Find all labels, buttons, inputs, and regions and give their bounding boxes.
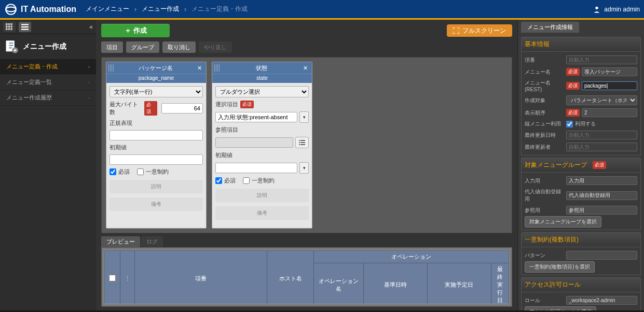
description-placeholder[interactable]: 説明 xyxy=(109,180,203,193)
collapse-sidebar-button[interactable]: « xyxy=(89,23,93,31)
col-base-date: 基準日時 xyxy=(363,263,427,305)
add-group-button[interactable]: グループ xyxy=(126,41,159,53)
form-card-state: 状態 ✕ state プルダウン選択 選択項目 必須 ▾ 参照項目 xyxy=(212,62,312,229)
section-unique: 一意制約(複数項目) xyxy=(521,232,641,247)
sidebar-item-menu-list[interactable]: メニュー定義一覧› xyxy=(0,75,96,90)
role-field[interactable] xyxy=(566,296,637,305)
create-button[interactable]: ＋ 作成 xyxy=(101,24,170,37)
add-item-button[interactable]: 項目 xyxy=(101,41,123,53)
description-placeholder[interactable]: 説明 xyxy=(215,189,309,202)
unique-checkbox[interactable] xyxy=(243,177,250,184)
group-subst-field[interactable] xyxy=(566,191,637,200)
svg-rect-18 xyxy=(300,140,305,141)
chevron-down-icon[interactable]: ▾ xyxy=(299,111,309,123)
header-user[interactable]: admin admin xyxy=(593,5,640,13)
section-role: アクセス許可ロール xyxy=(521,277,641,292)
card-key: package_name xyxy=(106,74,206,83)
close-icon[interactable]: ✕ xyxy=(301,65,310,72)
remarks-placeholder[interactable]: 備考 xyxy=(109,197,203,211)
card-body: 文字列(単一行) 最大バイト数 必須 正規表現 初期値 必須 xyxy=(106,83,206,214)
type-select[interactable]: 文字列(単一行) xyxy=(109,86,203,97)
ref-item-label: 参照項目 xyxy=(215,126,238,134)
svg-rect-4 xyxy=(8,23,10,25)
menu-rest-field[interactable] xyxy=(582,81,637,90)
group-ref-field[interactable] xyxy=(566,206,637,215)
regex-input[interactable] xyxy=(109,130,203,140)
ref-item-input[interactable] xyxy=(215,137,293,148)
svg-rect-22 xyxy=(300,144,305,145)
svg-rect-10 xyxy=(8,28,10,30)
col-last-exec: 最終実行日 xyxy=(491,263,509,305)
section-target-group: 対象メニューグループ 必須 xyxy=(521,158,641,173)
tab-preview[interactable]: プレビュー xyxy=(101,236,140,247)
required-checkbox[interactable] xyxy=(109,168,116,175)
bc-item[interactable]: メインメニュー xyxy=(86,5,129,13)
right-panel: メニュー作成情報 基本情報 項番 メニュー名必須 メニュー名(REST)必須 作… xyxy=(517,20,644,310)
document-icon xyxy=(4,39,19,54)
center-panel: ＋ 作成 フルスクリーン 項目 グループ 取り消し やり直し パッケージ名 ✕ xyxy=(96,20,517,310)
sidebar-item-menu-history[interactable]: メニュー作成履歴› xyxy=(0,90,96,106)
bc-item[interactable]: メニュー作成 xyxy=(142,5,179,13)
order-field[interactable] xyxy=(582,108,637,117)
close-icon[interactable]: ✕ xyxy=(195,65,204,72)
col-exec-date: 実施予定日 xyxy=(427,263,491,305)
card-key: state xyxy=(212,74,312,83)
svg-rect-5 xyxy=(10,23,12,25)
user-icon xyxy=(593,5,601,13)
ref-list-button[interactable] xyxy=(295,137,309,148)
select-all-header[interactable] xyxy=(105,251,120,305)
card-header[interactable]: パッケージ名 ✕ xyxy=(106,62,206,74)
drag-handle-icon[interactable] xyxy=(214,64,220,72)
svg-rect-12 xyxy=(21,24,29,25)
list-icon xyxy=(299,139,305,146)
svg-rect-21 xyxy=(299,144,300,145)
card-body: プルダウン選択 選択項目 必須 ▾ 参照項目 xyxy=(212,83,312,223)
form-card-package-name: パッケージ名 ✕ package_name 文字列(単一行) 最大バイト数 必須… xyxy=(106,62,207,229)
svg-rect-19 xyxy=(299,142,300,143)
initial-input[interactable] xyxy=(215,163,297,173)
logo-icon xyxy=(4,3,18,16)
target-select[interactable]: パラメータシート（ホスト/オペレーションあ xyxy=(566,95,637,105)
col-op-name: オペレーション名 xyxy=(314,263,364,305)
undo-button[interactable]: 取り消し xyxy=(162,41,196,53)
view-grid-button[interactable] xyxy=(3,22,16,32)
select-item-input[interactable] xyxy=(215,112,297,122)
chevron-down-icon[interactable]: ▾ xyxy=(299,162,309,174)
required-checkbox[interactable] xyxy=(215,177,222,184)
pattern-field[interactable] xyxy=(566,251,637,260)
max-bytes-input[interactable] xyxy=(161,103,203,114)
vertical-checkbox[interactable] xyxy=(566,121,573,127)
select-target-group-button[interactable]: 対象メニューグループを選択 xyxy=(525,216,601,228)
select-role-button[interactable]: アクセス許可ロールを選択 xyxy=(525,306,596,310)
tab-log[interactable]: ログ xyxy=(141,236,163,247)
remarks-placeholder[interactable]: 備考 xyxy=(215,206,309,220)
svg-rect-6 xyxy=(6,25,8,27)
regex-label: 正規表現 xyxy=(109,120,132,126)
group-input-field[interactable] xyxy=(566,176,637,185)
unique-checkbox[interactable] xyxy=(137,168,144,175)
type-select[interactable]: プルダウン選択 xyxy=(215,86,309,97)
right-tab[interactable]: メニュー作成情報 xyxy=(521,22,579,33)
fullscreen-button[interactable]: フルスクリーン xyxy=(447,24,512,37)
updater-field xyxy=(566,143,637,151)
svg-rect-14 xyxy=(21,29,29,30)
select-unique-button[interactable]: 一意制約(複数項目)を選択 xyxy=(525,261,595,273)
form-card-area: パッケージ名 ✕ package_name 文字列(単一行) 最大バイト数 必須… xyxy=(101,57,512,233)
required-tag: 必須 xyxy=(240,101,254,108)
svg-rect-7 xyxy=(8,25,10,27)
card-header[interactable]: 状態 ✕ xyxy=(212,62,312,74)
svg-rect-13 xyxy=(21,26,29,27)
list-icon xyxy=(21,23,29,31)
view-list-button[interactable] xyxy=(19,22,31,32)
logo: IT Automation xyxy=(4,3,76,16)
required-tag: 必須 xyxy=(144,101,157,116)
breadcrumb: メインメニュー › メニュー作成 › メニュー定義・作成 xyxy=(86,5,248,13)
initial-input[interactable] xyxy=(109,154,203,165)
menu-name-field[interactable] xyxy=(582,67,637,76)
col-row-no: 項番 xyxy=(135,251,267,305)
svg-rect-8 xyxy=(10,25,12,27)
sidebar-item-menu-define[interactable]: メニュー定義・作成› xyxy=(0,59,96,75)
svg-point-1 xyxy=(6,7,16,11)
drag-handle-icon[interactable] xyxy=(108,64,114,72)
select-item-label: 選択項目 xyxy=(215,101,238,108)
